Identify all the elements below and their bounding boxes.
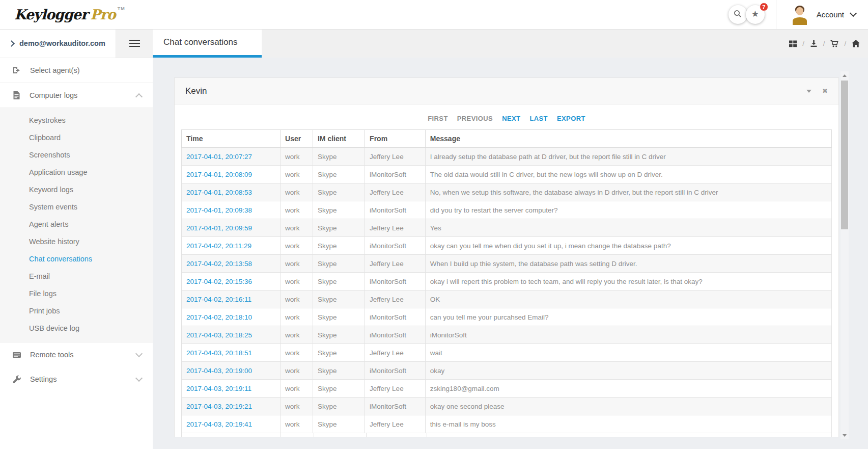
scroll-up-button[interactable] bbox=[841, 71, 849, 80]
cart-icon[interactable] bbox=[830, 39, 839, 48]
sidebar-subitem-label[interactable]: Keyword logs bbox=[0, 181, 153, 198]
time-link[interactable]: 2017-04-03, 20:18:51 bbox=[186, 349, 252, 357]
message-cell: okay bbox=[425, 362, 831, 380]
sidebar-item-settings[interactable]: Settings bbox=[0, 367, 153, 391]
trademark-label: TM bbox=[118, 7, 125, 11]
windows-icon[interactable] bbox=[789, 39, 797, 48]
time-link[interactable]: 2017-04-02, 20:15:36 bbox=[186, 278, 252, 285]
from-cell: Jeffery Lee bbox=[365, 290, 426, 308]
sidebar-subitem[interactable]: Application usage bbox=[0, 164, 153, 181]
pagination-link[interactable]: NEXT bbox=[502, 115, 520, 122]
sidebar-subitem-label[interactable]: Print jobs bbox=[0, 302, 153, 320]
header-actions: ★ 7 Account bbox=[729, 0, 868, 29]
time-link[interactable]: 2017-04-01, 20:09:59 bbox=[186, 224, 252, 232]
from-cell: iMonitorSoft bbox=[365, 237, 426, 255]
pagination-link[interactable]: FIRST bbox=[428, 115, 448, 122]
sidebar-subitem-label[interactable]: Keystrokes bbox=[0, 112, 153, 129]
from-cell: iMonitorSoft bbox=[365, 326, 426, 344]
im-client-cell: Skype bbox=[313, 273, 365, 290]
sidebar-subitem[interactable]: System events bbox=[0, 198, 153, 216]
scroll-down-button[interactable] bbox=[841, 431, 849, 439]
sidebar-subitem[interactable]: USB device log bbox=[0, 320, 153, 337]
tab-chat-conversations[interactable]: Chat conversations bbox=[153, 29, 262, 58]
search-button[interactable] bbox=[729, 5, 747, 24]
time-cell: 2017-04-03, 20:18:25 bbox=[182, 326, 281, 344]
time-link[interactable]: 2017-04-03, 20:19:00 bbox=[186, 367, 252, 375]
time-link[interactable]: 2017-04-02, 20:16:11 bbox=[186, 296, 251, 303]
user-cell: work bbox=[281, 273, 313, 290]
sidebar-subitem[interactable]: Website history bbox=[0, 233, 153, 250]
time-link[interactable]: 2017-04-01, 20:08:53 bbox=[186, 189, 252, 196]
time-link[interactable]: 2017-04-02, 20:13:58 bbox=[186, 260, 252, 268]
time-link[interactable]: 2017-04-01, 20:07:27 bbox=[186, 153, 252, 161]
sidebar-subitem[interactable]: Screenshots bbox=[0, 146, 153, 164]
close-icon[interactable]: ✖ bbox=[822, 88, 828, 94]
time-cell: 2017-04-02, 20:13:58 bbox=[182, 255, 281, 273]
sidebar-subitem-label[interactable]: System events bbox=[0, 198, 153, 216]
download-icon[interactable] bbox=[809, 39, 818, 48]
column-header: User bbox=[281, 130, 313, 148]
table-row: 2017-04-02, 20:13:58 work Skype Jeffery … bbox=[182, 255, 832, 273]
sidebar-subitem[interactable]: Print jobs bbox=[0, 302, 153, 320]
sidebar-subitem-label[interactable]: Chat conversations bbox=[0, 250, 153, 268]
toolbar: Chat conversations / / / bbox=[153, 29, 868, 58]
home-icon[interactable] bbox=[851, 39, 860, 48]
sidebar-subitem[interactable]: Chat conversations bbox=[0, 250, 153, 268]
scrollbar-thumb[interactable] bbox=[841, 81, 848, 229]
favorites-button[interactable]: ★ 7 bbox=[746, 5, 765, 24]
sidebar-subitem-label[interactable]: Clipboard bbox=[0, 129, 153, 146]
from-cell: Jeffery Lee bbox=[365, 380, 426, 398]
from-cell: iMonitorSoft bbox=[365, 308, 426, 326]
sidebar-item-computer-logs[interactable]: Computer logs bbox=[0, 83, 153, 108]
column-header: IM client bbox=[313, 130, 365, 148]
table-body: 2017-04-01, 20:07:27 work Skype Jeffery … bbox=[182, 148, 832, 433]
sidebar-subitem-label[interactable]: USB device log bbox=[0, 320, 153, 337]
chat-conversations-panel: Kevin ✖ FIRSTPREVIOUSNEXTLASTEXPORT Time… bbox=[174, 77, 839, 437]
sidebar-subitem[interactable]: Agent alerts bbox=[0, 216, 153, 233]
table-row: 2017-04-01, 20:08:09 work Skype iMonitor… bbox=[182, 166, 832, 183]
user-cell: work bbox=[281, 398, 313, 415]
message-cell: did you try to restart the server comput… bbox=[425, 201, 831, 219]
im-client-cell: Skype bbox=[313, 398, 365, 415]
collapse-icon[interactable] bbox=[806, 90, 811, 93]
chevron-up-icon bbox=[135, 93, 143, 100]
user-cell: work bbox=[281, 326, 313, 344]
time-link[interactable]: 2017-04-01, 20:08:09 bbox=[186, 171, 252, 178]
time-link[interactable]: 2017-04-02, 20:11:29 bbox=[186, 242, 251, 250]
sidebar-item-select-agents[interactable]: Select agent(s) bbox=[0, 58, 153, 83]
agent-selector[interactable]: demo@workauditor.com bbox=[0, 29, 116, 58]
sidebar-subitem[interactable]: E-mail bbox=[0, 268, 153, 285]
sidebar-subitem[interactable]: Keyword logs bbox=[0, 181, 153, 198]
sidebar-toggle-button[interactable] bbox=[116, 29, 153, 58]
time-link[interactable]: 2017-04-03, 20:19:41 bbox=[186, 420, 252, 428]
from-cell: Jeffery Lee bbox=[365, 255, 426, 273]
content-area: Kevin ✖ FIRSTPREVIOUSNEXTLASTEXPORT Time… bbox=[153, 58, 868, 449]
sidebar-subitem[interactable]: File logs bbox=[0, 285, 153, 302]
pagination-link[interactable]: PREVIOUS bbox=[457, 115, 493, 122]
sidebar-subitem-label[interactable]: File logs bbox=[0, 285, 153, 302]
sidebar-subitem[interactable]: Keystrokes bbox=[0, 112, 153, 129]
time-link[interactable]: 2017-04-02, 20:18:10 bbox=[186, 313, 252, 321]
message-cell: okay can you tell me when did you set it… bbox=[425, 237, 831, 255]
message-cell: No, when we setup this software, the dat… bbox=[425, 183, 831, 201]
sidebar-subitem[interactable]: Clipboard bbox=[0, 129, 153, 146]
sidebar-subitem-label[interactable]: E-mail bbox=[0, 268, 153, 285]
user-cell: work bbox=[281, 344, 313, 362]
table-row: 2017-04-01, 20:09:38 work Skype iMonitor… bbox=[182, 201, 832, 219]
sidebar-subitem-label[interactable]: Screenshots bbox=[0, 146, 153, 164]
pagination-link[interactable]: LAST bbox=[529, 115, 548, 122]
sidebar-subitem-label[interactable]: Website history bbox=[0, 233, 153, 250]
time-link[interactable]: 2017-04-03, 20:18:25 bbox=[186, 331, 252, 339]
sidebar-subitem-label[interactable]: Application usage bbox=[0, 164, 153, 181]
time-link[interactable]: 2017-04-03, 20:19:11 bbox=[186, 385, 251, 392]
panel-controls: ✖ bbox=[806, 88, 828, 94]
sidebar-subitem-label[interactable]: Agent alerts bbox=[0, 216, 153, 233]
vertical-scrollbar[interactable] bbox=[841, 71, 849, 439]
pagination-link[interactable]: EXPORT bbox=[557, 115, 585, 122]
sidebar: demo@workauditor.com Select agent(s) Com… bbox=[0, 29, 153, 449]
account-menu[interactable]: Account bbox=[776, 0, 868, 29]
table-row: 2017-04-02, 20:15:36 work Skype iMonitor… bbox=[182, 273, 832, 290]
time-link[interactable]: 2017-04-03, 20:19:21 bbox=[186, 403, 252, 410]
sidebar-item-remote-tools[interactable]: Remote tools bbox=[0, 342, 153, 367]
time-link[interactable]: 2017-04-01, 20:09:38 bbox=[186, 206, 252, 214]
